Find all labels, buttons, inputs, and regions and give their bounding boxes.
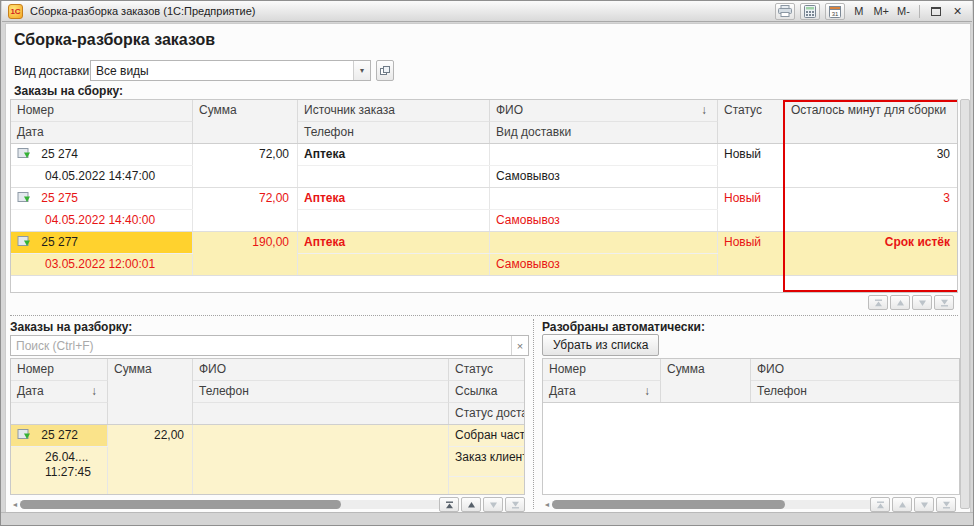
disassembly-nav-buttons: [439, 497, 525, 512]
disassembly-search: ×: [10, 335, 529, 356]
cell-source: Аптека: [298, 144, 490, 166]
cell-sum: 72,00: [193, 188, 298, 232]
close-button[interactable]: ×: [949, 3, 966, 20]
maximize-button[interactable]: [927, 3, 944, 20]
col-header-phone[interactable]: Телефон: [298, 122, 490, 144]
col-header-sum[interactable]: Сумма: [108, 359, 193, 425]
cell-delivery-status: [449, 477, 525, 495]
auto-table: Номер Дата ↓ Сумма ФИО Телефон: [542, 358, 960, 495]
cell-fio: [490, 188, 718, 210]
col-header-sum[interactable]: Сумма: [193, 100, 298, 144]
cell-link: Заказ клиента 10: [449, 447, 525, 477]
cell-number-focused: 25 277: [11, 232, 193, 254]
cell-status: Новый: [718, 144, 785, 188]
remove-from-list-button[interactable]: Убрать из списка: [542, 334, 659, 356]
calendar-button[interactable]: 31: [825, 3, 845, 20]
auto-hscrollbar[interactable]: ◄ ►: [542, 497, 886, 512]
go-last-button[interactable]: [936, 497, 956, 512]
go-down-button[interactable]: [914, 497, 934, 512]
scroll-thumb[interactable]: [20, 500, 341, 509]
go-down-button[interactable]: [483, 497, 503, 512]
cell-source: Аптека: [298, 188, 490, 210]
scroll-thumb[interactable]: [552, 500, 785, 509]
search-input[interactable]: [11, 336, 511, 355]
col-header-link[interactable]: Ссылка: [449, 381, 525, 403]
scroll-left-icon[interactable]: ◄: [542, 501, 552, 508]
m-button[interactable]: M: [850, 3, 867, 20]
go-up-button[interactable]: [892, 497, 912, 512]
go-first-button[interactable]: [439, 497, 459, 512]
go-first-button[interactable]: [870, 497, 890, 512]
delivery-kind-label: Вид доставки:: [14, 64, 92, 78]
calculator-button[interactable]: [800, 3, 820, 20]
cell-date: 03.05.2022 12:00:01: [11, 254, 193, 276]
order-document-icon: [17, 148, 32, 160]
cell-status: Новый: [718, 232, 785, 276]
assembly-section-label: Заказы на сборку:: [14, 84, 123, 98]
cell-fio: [193, 425, 449, 495]
go-up-button[interactable]: [890, 295, 910, 310]
col-header-minutes[interactable]: Осталось минут для сборки: [785, 100, 958, 144]
disassembly-hscrollbar[interactable]: ◄ ►: [10, 497, 453, 512]
col-header-source[interactable]: Источник заказа: [298, 100, 490, 122]
sort-desc-icon: ↓: [701, 100, 707, 121]
go-last-button[interactable]: [934, 295, 954, 310]
scroll-left-icon[interactable]: ◄: [10, 501, 20, 508]
col-header-status[interactable]: Статус: [718, 100, 785, 144]
delivery-kind-value: Все виды: [91, 61, 353, 80]
cell-number-focused: 25 272: [11, 425, 108, 447]
cell-date: 26.04.... 11:27:45: [11, 447, 108, 495]
open-list-button[interactable]: [376, 60, 394, 81]
m-plus-button[interactable]: M+: [872, 3, 890, 20]
go-first-button[interactable]: [868, 295, 888, 310]
col-header-phone[interactable]: Телефон: [751, 381, 960, 403]
col-header-number[interactable]: Номер: [11, 100, 193, 122]
m-minus-button[interactable]: M-: [895, 3, 912, 20]
col-header-number[interactable]: Номер: [11, 359, 108, 381]
cell-date: 04.05.2022 14:47:00: [11, 166, 193, 188]
clear-search-icon[interactable]: ×: [511, 336, 528, 355]
go-last-button[interactable]: [505, 497, 525, 512]
1c-logo-icon: 1С: [8, 4, 23, 19]
col-header-phone[interactable]: Телефон: [193, 381, 449, 403]
print-button[interactable]: [775, 3, 795, 20]
sort-desc-icon: ↓: [91, 381, 97, 402]
col-header-date[interactable]: Дата ↓: [543, 381, 661, 403]
col-header-date[interactable]: Дата: [11, 122, 193, 144]
col-header-delivery[interactable]: Вид доставки: [490, 122, 718, 144]
cell-minutes: 30: [785, 144, 958, 188]
cell-number: 25 274: [11, 144, 193, 166]
col-header-fio[interactable]: ФИО: [751, 359, 960, 381]
col-header-delivery-status[interactable]: Статус доставки: [449, 403, 525, 425]
go-up-button[interactable]: [461, 497, 481, 512]
app-window: 1С Сборка-разборка заказов (1С:Предприят…: [0, 0, 974, 526]
chevron-down-icon[interactable]: ▾: [353, 61, 370, 80]
cell-status: Новый: [718, 188, 785, 232]
delivery-kind-select[interactable]: Все виды ▾: [90, 60, 371, 81]
cell-delivery: Самовывоз: [490, 166, 718, 188]
go-down-button[interactable]: [912, 295, 932, 310]
cell-number: 25 275: [11, 188, 193, 210]
col-header-fio[interactable]: ФИО ↓: [490, 100, 718, 122]
form-content: Сборка-разборка заказов Вид доставки: Вс…: [5, 23, 971, 513]
calculator-icon: [804, 5, 816, 18]
cell-fio: [490, 144, 718, 166]
col-header-number[interactable]: Номер: [543, 359, 661, 381]
vertical-splitter[interactable]: [533, 319, 534, 509]
titlebar-separator: [919, 5, 920, 18]
order-document-icon: [17, 429, 32, 441]
assembly-vertical-scrollbar[interactable]: [960, 99, 970, 509]
window-bottom-frame: [1, 512, 973, 525]
disassembly-section-label: Заказы на разборку:: [10, 320, 132, 334]
cell-status: Собран частично: [449, 425, 525, 447]
col-header-fio[interactable]: ФИО: [193, 359, 449, 381]
col-header-status[interactable]: Статус: [449, 359, 525, 381]
cell-date: 04.05.2022 14:40:00: [11, 210, 193, 232]
col-header-blank: [11, 403, 108, 425]
assembly-nav-buttons: [868, 295, 954, 310]
cell-minutes: 3: [785, 188, 958, 232]
cell-source: Аптека: [298, 232, 490, 254]
horizontal-splitter[interactable]: [10, 315, 958, 316]
col-header-sum[interactable]: Сумма: [661, 359, 751, 403]
col-header-date[interactable]: Дата ↓: [11, 381, 108, 403]
